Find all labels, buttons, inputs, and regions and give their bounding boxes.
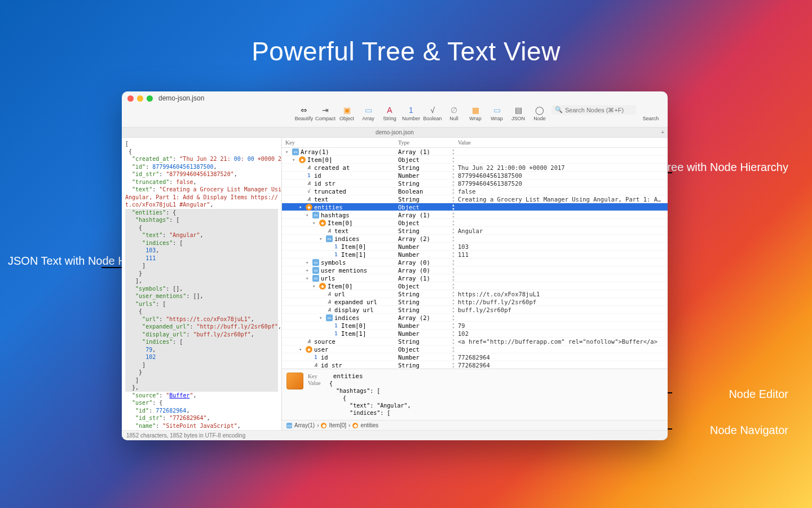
node-value: https://t.co/xFox78juL1 bbox=[458, 291, 668, 297]
node-type: Number bbox=[398, 251, 449, 258]
col-key[interactable]: Key bbox=[285, 139, 398, 146]
node-key: user_mentions bbox=[321, 267, 367, 274]
node-type: Object bbox=[398, 220, 449, 226]
tree-row[interactable]: ▾▭Array(1)Array (1)▴▾ bbox=[282, 148, 668, 156]
toolbar-string-button[interactable]: AString bbox=[379, 105, 400, 121]
breadcrumb-item[interactable]: Array(1) bbox=[294, 422, 315, 428]
tree-row[interactable]: ▾▭hashtagsArray (1)▴▾ bbox=[282, 211, 668, 219]
disclosure-icon[interactable]: ▾ bbox=[319, 236, 324, 242]
disclosure-icon[interactable]: ▾ bbox=[285, 149, 290, 155]
json-text-highlighted: "entities": { "hashtags": [ { "text": "A… bbox=[125, 209, 278, 392]
type-icon: ◆ bbox=[306, 204, 312, 211]
tree-row[interactable]: ▾▭indicesArray (2)▴▾ bbox=[282, 314, 668, 322]
tree-row[interactable]: ▾▭indicesArray (2)▴▾ bbox=[282, 235, 668, 243]
minimize-icon[interactable] bbox=[137, 95, 143, 102]
toolbar-compact-button[interactable]: ⇥Compact bbox=[315, 105, 336, 121]
tree-row[interactable]: ▾◆Item[0]Object▴▾ bbox=[282, 156, 668, 164]
search-field[interactable]: 🔍 bbox=[551, 105, 636, 115]
disclosure-icon[interactable]: ▾ bbox=[299, 204, 304, 210]
toolbar-json-button[interactable]: ▤JSON bbox=[508, 105, 529, 121]
tree-row[interactable]: AtextString▴▾Creating a Grocery List Man… bbox=[282, 195, 668, 203]
tree-row[interactable]: ▾▭symbolsArray (0)▴▾ bbox=[282, 259, 668, 266]
tree-row[interactable]: Aid_strString▴▾772682964 bbox=[282, 361, 668, 369]
editor-key-value[interactable]: entities bbox=[333, 373, 363, 380]
new-tab-button[interactable]: + bbox=[661, 129, 664, 135]
toolbar-array-button[interactable]: ▭Array bbox=[358, 105, 379, 121]
node-type: Number bbox=[398, 354, 449, 361]
toolbar-number-button[interactable]: 1Number bbox=[400, 105, 422, 121]
search-button[interactable]: Search bbox=[637, 105, 664, 121]
node-type: Number bbox=[398, 322, 449, 329]
close-icon[interactable] bbox=[127, 95, 134, 102]
type-icon: ◆ bbox=[319, 283, 326, 290]
tree-row[interactable]: 1Item[1]Number▴▾111 bbox=[282, 251, 668, 259]
breadcrumb-item[interactable]: entities bbox=[360, 422, 378, 428]
tree-row[interactable]: AsourceString▴▾<a href="http://bufferapp… bbox=[282, 338, 668, 345]
tree-row[interactable]: Aexpanded_urlString▴▾http://buff.ly/2sr6… bbox=[282, 298, 668, 306]
toolbar-null-button[interactable]: ∅Null bbox=[443, 105, 465, 121]
tree-row[interactable]: Aid_strString▴▾877994604561387520 bbox=[282, 179, 668, 187]
col-type[interactable]: Type bbox=[398, 139, 449, 146]
tree-row[interactable]: ▾◆Item[0]Object▴▾ bbox=[282, 282, 668, 290]
node-key: entities bbox=[314, 204, 343, 211]
node-key: Item[1] bbox=[341, 330, 366, 337]
tree-row[interactable]: AtextString▴▾Angular bbox=[282, 227, 668, 235]
titlebar: demo-json.json bbox=[122, 91, 668, 105]
node-type: Array (2) bbox=[398, 314, 449, 321]
node-value: 79 bbox=[458, 322, 668, 329]
disclosure-icon[interactable]: ▾ bbox=[312, 220, 317, 226]
disclosure-icon[interactable]: ▾ bbox=[306, 212, 311, 218]
breadcrumb-item[interactable]: Item[0] bbox=[329, 422, 346, 428]
disclosure-icon[interactable]: ▾ bbox=[306, 275, 311, 281]
node-key: Item[0] bbox=[341, 243, 366, 250]
tree-row[interactable]: Adisplay_urlString▴▾buff.ly/2sr60pf bbox=[282, 306, 668, 314]
search-input[interactable] bbox=[565, 107, 633, 113]
node-value: http://buff.ly/2sr60pf bbox=[458, 299, 668, 305]
editor-value-text[interactable]: { "hashtags": [ { "text": "Angular", "in… bbox=[329, 380, 411, 417]
tree-row[interactable]: √truncatedBoolean▴▾false bbox=[282, 187, 668, 195]
tree-row[interactable]: ▾▭user_mentionsArray (0)▴▾ bbox=[282, 266, 668, 274]
node-type: Array (1) bbox=[398, 148, 449, 155]
tree-row[interactable]: AurlString▴▾https://t.co/xFox78juL1 bbox=[282, 290, 668, 298]
node-value: 103 bbox=[458, 243, 668, 250]
tree-row[interactable]: 1Item[1]Number▴▾102 bbox=[282, 330, 668, 338]
tree-row[interactable]: ▾▭urlsArray (1)▴▾ bbox=[282, 274, 668, 282]
type-icon: ▭ bbox=[292, 148, 299, 155]
disclosure-icon[interactable]: ▾ bbox=[299, 347, 304, 352]
toolbar-boolean-button[interactable]: √Boolean bbox=[422, 105, 443, 121]
tree-row[interactable]: ▾◆entitiesObject▴▾ bbox=[282, 203, 668, 211]
disclosure-icon[interactable]: ▾ bbox=[306, 268, 311, 273]
node-key: urls bbox=[321, 275, 335, 282]
disclosure-icon[interactable]: ▾ bbox=[306, 260, 311, 265]
tree-row[interactable]: 1Item[0]Number▴▾79 bbox=[282, 322, 668, 330]
node-value: <a href="http://bufferapp.com" rel="nofo… bbox=[458, 338, 668, 345]
toolbar-node-button[interactable]: ◯Node bbox=[529, 105, 550, 121]
toolbar-beautify-button[interactable]: ⇔Beautify bbox=[293, 105, 315, 121]
tree-row[interactable]: 1idNumber▴▾772682964 bbox=[282, 353, 668, 361]
toolbar-wrap-button[interactable]: ▦Wrap bbox=[465, 105, 486, 121]
array-icon: ▭ bbox=[363, 105, 373, 115]
tree-row[interactable]: 1idNumber▴▾877994604561387500 bbox=[282, 172, 668, 179]
type-icon: A bbox=[306, 196, 312, 203]
type-icon: A bbox=[306, 338, 312, 345]
node-value: false bbox=[458, 188, 668, 195]
zoom-icon[interactable] bbox=[147, 95, 153, 102]
disclosure-icon[interactable]: ▾ bbox=[292, 157, 297, 163]
tree-row[interactable]: ▾◆userObject▴▾ bbox=[282, 345, 668, 353]
toolbar-object-button[interactable]: ▣Object bbox=[336, 105, 358, 121]
window-title: demo-json.json bbox=[158, 94, 204, 102]
file-tab[interactable]: demo-json.json bbox=[376, 129, 414, 135]
disclosure-icon[interactable]: ▾ bbox=[319, 315, 324, 321]
toolbar-wrap2-button[interactable]: ▭Wrap bbox=[486, 105, 508, 121]
type-icon: 1 bbox=[306, 172, 312, 179]
tree-row[interactable]: ▾◆Item[0]Object▴▾ bbox=[282, 219, 668, 227]
type-icon: 1 bbox=[333, 330, 339, 337]
json-text-pane[interactable]: [ { "created_at": "Thu Jun 22 21: 00: 00… bbox=[122, 138, 282, 430]
breadcrumb[interactable]: ▭ Array(1)›◆ Item[0]›◆ entities bbox=[282, 420, 668, 430]
tree-row[interactable]: Acreated_atString▴▾Thu Jun 22 21:00:00 +… bbox=[282, 164, 668, 172]
col-value[interactable]: Value bbox=[458, 139, 668, 146]
tree-body[interactable]: ▾▭Array(1)Array (1)▴▾▾◆Item[0]Object▴▾Ac… bbox=[282, 148, 668, 369]
tree-row[interactable]: 1Item[0]Number▴▾103 bbox=[282, 243, 668, 251]
disclosure-icon[interactable]: ▾ bbox=[312, 283, 317, 289]
type-icon: ▭ bbox=[312, 212, 319, 218]
